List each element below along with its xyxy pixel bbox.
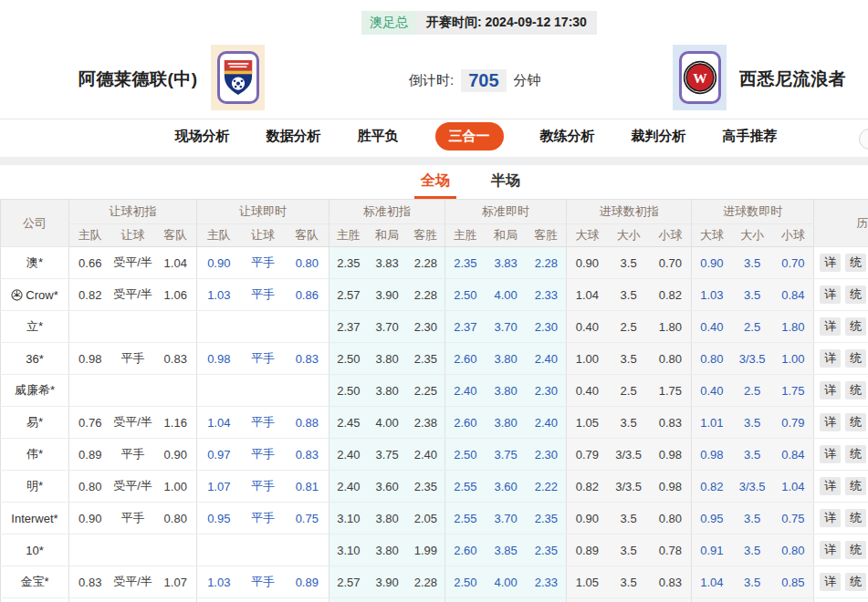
odds-cell bbox=[486, 598, 527, 602]
odds-cell: 1.06 bbox=[155, 279, 197, 311]
history-column-header: 历 bbox=[814, 200, 868, 247]
odds-cell: 0.81 bbox=[286, 471, 329, 503]
stats-button[interactable]: 统 bbox=[845, 477, 866, 495]
odds-cell: 0.90 bbox=[692, 247, 732, 279]
wanderers-crest-icon: W bbox=[682, 59, 718, 96]
company-cell: 易* bbox=[1, 407, 69, 439]
stats-button[interactable]: 统 bbox=[845, 413, 866, 431]
odds-cell: 4.00 bbox=[486, 279, 527, 311]
nav-tab-7[interactable]: 高手推荐 bbox=[723, 128, 778, 145]
stats-button[interactable]: 统 bbox=[845, 445, 866, 463]
odds-cell: 0.80 bbox=[692, 343, 732, 375]
odds-cell: 受平/半 bbox=[111, 279, 155, 311]
detail-button[interactable]: 详 bbox=[820, 285, 841, 304]
odds-table-body: 澳*0.66受平/半1.040.90平手0.802.353.832.282.35… bbox=[1, 247, 868, 602]
odds-cell: 2.37 bbox=[329, 311, 368, 343]
stats-button[interactable]: 统 bbox=[845, 349, 866, 368]
odds-cell: 2.28 bbox=[527, 247, 567, 279]
odds-cell: 1.04 bbox=[773, 471, 814, 503]
nav-tab-2[interactable]: 数据分析 bbox=[267, 128, 321, 145]
odds-cell: 0.83 bbox=[286, 343, 329, 375]
odds-cell: 受平/半 bbox=[111, 407, 155, 439]
odds-cell: 3.5 bbox=[732, 535, 773, 566]
odds-cell bbox=[732, 598, 773, 602]
away-team-name: 西悉尼流浪者 bbox=[739, 67, 846, 91]
table-row bbox=[1, 598, 868, 602]
home-team-logo bbox=[211, 45, 265, 110]
stats-button[interactable]: 统 bbox=[845, 254, 866, 272]
sub-tab-1[interactable]: 全场 bbox=[421, 171, 450, 191]
column-header: 主胜 bbox=[445, 224, 486, 247]
odds-cell: 1.01 bbox=[692, 407, 732, 439]
odds-cell: 0.80 bbox=[286, 247, 329, 279]
detail-button[interactable]: 详 bbox=[820, 477, 841, 495]
odds-cell: 2.60 bbox=[445, 535, 486, 566]
nav-tab-4[interactable]: 三合一 bbox=[435, 122, 504, 150]
odds-cell: 平手 bbox=[241, 566, 286, 598]
odds-cell: 1.03 bbox=[197, 566, 241, 598]
odds-cell: 0.80 bbox=[650, 343, 692, 375]
odds-cell: 1.04 bbox=[692, 566, 732, 598]
stats-button[interactable]: 统 bbox=[845, 573, 866, 591]
soccer-ball-icon bbox=[11, 289, 23, 301]
company-cell bbox=[1, 598, 69, 602]
odds-cell: 3.80 bbox=[486, 375, 527, 407]
odds-cell: 3.5 bbox=[732, 566, 773, 598]
match-odds-page: 澳足总 开赛时间: 2024-09-12 17:30 阿德莱德联(中) 倒计时:… bbox=[0, 0, 868, 602]
odds-cell: 平手 bbox=[241, 503, 286, 535]
column-header: 客胜 bbox=[407, 224, 445, 247]
odds-cell: 0.40 bbox=[692, 375, 732, 407]
stats-button[interactable]: 统 bbox=[845, 509, 866, 527]
table-row: 金宝*0.83受平/半1.071.03平手0.892.573.902.282.5… bbox=[1, 566, 868, 598]
odds-cell bbox=[155, 598, 197, 602]
stats-button[interactable]: 统 bbox=[845, 285, 866, 304]
odds-cell bbox=[608, 598, 650, 602]
detail-button[interactable]: 详 bbox=[820, 541, 841, 559]
odds-cell: 0.98 bbox=[650, 471, 692, 503]
column-header: 小球 bbox=[650, 224, 692, 247]
detail-button[interactable]: 详 bbox=[820, 317, 841, 336]
odds-cell: 2.60 bbox=[445, 407, 486, 439]
odds-cell: 3/3.5 bbox=[732, 343, 773, 375]
adelaide-crest-icon bbox=[223, 58, 254, 97]
sub-tab-2[interactable]: 半场 bbox=[491, 171, 520, 191]
odds-cell: 0.97 bbox=[197, 439, 241, 471]
detail-button[interactable]: 详 bbox=[820, 381, 841, 400]
odds-cell: 平手 bbox=[241, 343, 286, 375]
stats-button[interactable]: 统 bbox=[845, 381, 866, 400]
odds-cell: 2.28 bbox=[407, 279, 445, 311]
odds-cell bbox=[155, 375, 197, 407]
column-header: 主队 bbox=[69, 224, 111, 247]
odds-cell: 2.28 bbox=[407, 247, 445, 279]
odds-cell: 1.03 bbox=[197, 279, 241, 311]
odds-cell: 2.30 bbox=[527, 375, 567, 407]
detail-button[interactable]: 详 bbox=[820, 254, 841, 272]
nav-tab-3[interactable]: 胜平负 bbox=[358, 128, 399, 145]
nav-tab-1[interactable]: 现场分析 bbox=[175, 128, 230, 145]
odds-cell: 2.60 bbox=[445, 343, 486, 375]
nav-tab-5[interactable]: 教练分析 bbox=[540, 128, 595, 145]
detail-button[interactable]: 详 bbox=[820, 573, 841, 591]
odds-cell: 2.40 bbox=[329, 439, 368, 471]
odds-cell: 0.80 bbox=[650, 503, 692, 535]
odds-cell: 2.30 bbox=[407, 311, 445, 343]
odds-cell: 0.82 bbox=[692, 471, 732, 503]
detail-button[interactable]: 详 bbox=[820, 509, 841, 527]
column-header: 让球 bbox=[111, 224, 155, 247]
kickoff-time: 开赛时间: 2024-09-12 17:30 bbox=[416, 11, 597, 35]
column-header: 大小 bbox=[608, 224, 650, 247]
odds-cell: 3.80 bbox=[368, 535, 407, 566]
stats-button[interactable]: 统 bbox=[845, 541, 866, 559]
odds-cell: 2.5 bbox=[608, 375, 650, 407]
detail-button[interactable]: 详 bbox=[820, 349, 841, 368]
odds-cell: 1.00 bbox=[773, 343, 814, 375]
odds-cell: 平手 bbox=[111, 343, 155, 375]
odds-cell: 2.35 bbox=[445, 247, 486, 279]
stats-button[interactable]: 统 bbox=[845, 317, 866, 336]
odds-cell bbox=[111, 598, 155, 602]
detail-button[interactable]: 详 bbox=[820, 413, 841, 431]
nav-tab-6[interactable]: 裁判分析 bbox=[632, 128, 686, 145]
odds-cell: 2.50 bbox=[445, 279, 486, 311]
history-cell: 详统 bbox=[814, 439, 868, 471]
detail-button[interactable]: 详 bbox=[820, 445, 841, 463]
